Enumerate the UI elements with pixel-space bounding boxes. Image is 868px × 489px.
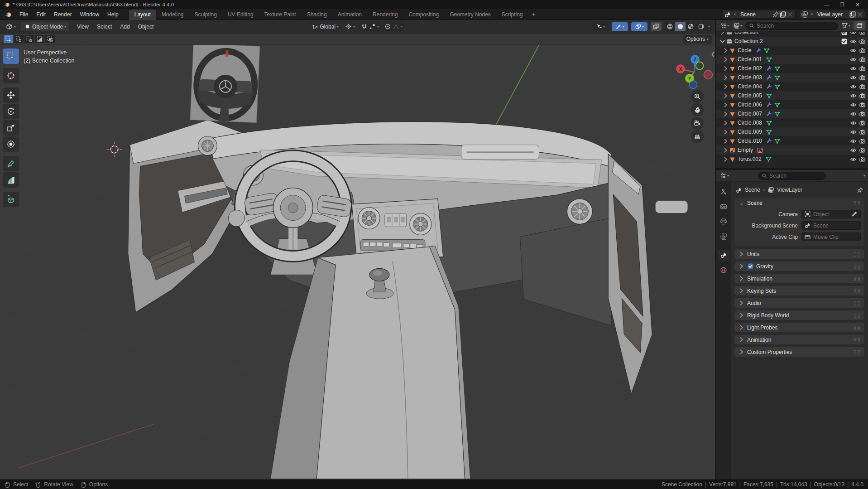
outliner-row-collection-2[interactable]: Collection 2 <box>716 37 868 46</box>
chevron-right-icon[interactable] <box>722 56 729 63</box>
restore-icon[interactable]: ❐ <box>834 0 850 9</box>
workspace-tab-compositing[interactable]: Compositing <box>403 10 444 20</box>
zoom-button[interactable] <box>691 90 704 103</box>
section-gravity[interactable]: Gravity⣿⣿ <box>734 261 864 271</box>
section-light-probes[interactable]: Light Probes⣿⣿ <box>734 323 864 332</box>
select-invert-button[interactable] <box>35 35 44 43</box>
new-collection-button[interactable] <box>854 21 865 30</box>
tool-transform-button[interactable] <box>3 136 19 152</box>
show-gizmo-toggle[interactable]: ▾ <box>612 22 628 31</box>
camera-icon[interactable] <box>859 92 866 99</box>
menu-window[interactable]: Window <box>76 10 103 19</box>
chevron-right-icon[interactable] <box>722 120 729 126</box>
outliner-row-circle[interactable]: Circle <box>716 46 868 55</box>
drag-handle-icon[interactable]: ⣿⣿ <box>854 350 861 354</box>
axis-neg-x-handle[interactable] <box>704 71 713 79</box>
object-name[interactable]: Collection <box>734 32 758 35</box>
snap-magnet-icon[interactable] <box>361 23 368 30</box>
modifier-wrench-icon[interactable] <box>766 111 772 117</box>
mesh-data-icon[interactable] <box>774 102 781 108</box>
snap-target-icon[interactable] <box>369 23 376 30</box>
proportional-edit-icon[interactable] <box>384 23 391 30</box>
object-name[interactable]: Circle.010 <box>738 138 762 144</box>
tool-select-box-button[interactable] <box>3 48 19 64</box>
section-keying-sets[interactable]: Keying Sets⣿⣿ <box>734 286 864 295</box>
camera-icon[interactable] <box>859 83 866 90</box>
camera-view-button[interactable] <box>691 117 704 130</box>
eye-icon[interactable] <box>850 120 857 126</box>
chevron-right-icon[interactable] <box>719 32 726 36</box>
workspace-tab-sculpting[interactable]: Sculpting <box>189 10 222 20</box>
camera-icon[interactable] <box>859 74 866 81</box>
chevron-right-icon[interactable] <box>722 92 729 99</box>
outliner-row-circle-001[interactable]: Circle.001 <box>716 55 868 64</box>
modifier-wrench-icon[interactable] <box>766 83 772 90</box>
properties-tab-tool[interactable] <box>718 186 729 197</box>
camera-icon[interactable] <box>859 138 866 145</box>
object-name[interactable]: Torus.002 <box>738 156 762 162</box>
tool-measure-button[interactable] <box>3 172 19 188</box>
camera-icon[interactable] <box>859 129 866 136</box>
shading-options-icon[interactable]: ▾ <box>706 24 712 29</box>
select-intersect-button[interactable] <box>45 35 55 43</box>
add-workspace-button[interactable]: + <box>528 10 539 20</box>
modifier-wrench-icon[interactable] <box>755 47 762 54</box>
modifier-wrench-icon[interactable] <box>766 65 772 72</box>
chevron-right-icon[interactable] <box>722 138 729 145</box>
navigation-gizmo[interactable]: Z X Y <box>674 48 715 90</box>
object-name[interactable]: Circle.004 <box>738 83 762 90</box>
blender-menu-icon[interactable] <box>5 11 12 18</box>
eye-icon[interactable] <box>850 38 857 45</box>
breadcrumb-viewlayer[interactable]: ViewLayer <box>777 187 802 193</box>
eyedropper-icon[interactable] <box>851 211 858 218</box>
tool-move-button[interactable] <box>3 87 19 103</box>
center-vent-right[interactable] <box>410 213 432 235</box>
modifier-wrench-icon[interactable] <box>766 102 772 108</box>
chevron-right-icon[interactable] <box>722 111 729 117</box>
shade-rendered-button[interactable] <box>696 22 706 31</box>
outliner-row-circle-004[interactable]: Circle.004 <box>716 82 868 91</box>
object-name[interactable]: Empty <box>738 147 753 153</box>
sidebar-toggle-icon[interactable]: ❮ <box>711 51 715 57</box>
select-subtract-button[interactable] <box>24 35 34 43</box>
pin-icon[interactable] <box>772 11 779 18</box>
workspace-tab-texture-paint[interactable]: Texture Paint <box>259 10 302 20</box>
g63-interior-model[interactable] <box>128 120 688 479</box>
object-name[interactable]: Circle.007 <box>738 111 762 117</box>
checkbox-white-icon[interactable] <box>841 32 848 36</box>
eye-icon[interactable] <box>850 47 857 54</box>
outliner-row-circle-005[interactable]: Circle.005 <box>716 91 868 100</box>
viewport-menu-object[interactable]: Object <box>134 22 158 31</box>
mesh-data-icon[interactable] <box>774 138 781 145</box>
mesh-data-icon[interactable] <box>763 47 770 54</box>
viewport-menu-select[interactable]: Select <box>93 22 116 31</box>
camera-icon[interactable] <box>859 47 866 54</box>
drag-handle-icon[interactable]: ⣿⣿ <box>854 313 861 318</box>
left-air-vent[interactable] <box>198 136 217 155</box>
eye-icon[interactable] <box>850 74 857 81</box>
select-new-button[interactable] <box>4 35 13 43</box>
mesh-data-icon[interactable] <box>766 92 772 99</box>
orientation-dropdown[interactable]: Global ▾ <box>309 22 341 31</box>
outliner-row-circle-008[interactable]: Circle.008 <box>716 118 868 127</box>
mesh-data-icon[interactable] <box>774 83 781 90</box>
remove-viewlayer-icon[interactable] <box>856 11 863 18</box>
outliner-row-torus-002[interactable]: Torus.002 <box>716 155 868 164</box>
editor-type-button[interactable]: ▾ <box>4 22 18 31</box>
scene-name[interactable]: Scene <box>739 11 772 18</box>
viewlayer-icon[interactable] <box>801 11 808 18</box>
right-grab-handle[interactable] <box>655 201 688 213</box>
shade-wireframe-button[interactable] <box>665 22 675 31</box>
unlink-scene-icon[interactable] <box>786 11 794 18</box>
object-name[interactable]: Circle.005 <box>738 92 762 99</box>
minimize-icon[interactable]: — <box>819 0 834 9</box>
mesh-data-icon[interactable] <box>774 111 781 117</box>
outliner-row-circle-009[interactable]: Circle.009 <box>716 127 868 136</box>
eye-icon[interactable] <box>850 83 857 90</box>
shade-material-button[interactable] <box>686 22 696 31</box>
viewport-canvas[interactable]: User Perspective (2) Scene Collection Z <box>0 45 715 479</box>
camera-icon[interactable] <box>859 102 866 108</box>
orthographic-toggle-button[interactable] <box>691 130 704 143</box>
modifier-wrench-icon[interactable] <box>766 138 772 145</box>
properties-tab-output[interactable] <box>718 216 729 227</box>
